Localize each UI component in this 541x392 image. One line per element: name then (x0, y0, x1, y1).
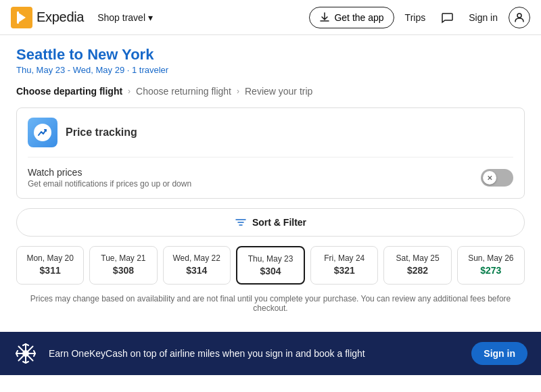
trips-link[interactable]: Trips (400, 8, 431, 27)
filter-icon (235, 216, 247, 228)
header: Expedia Shop travel ▾ Get the app Trips … (0, 0, 541, 35)
shop-travel-label: Shop travel (97, 12, 145, 23)
watch-label-group: Watch prices Get email notifications if … (28, 167, 191, 189)
date-label: Fri, May 24 (316, 253, 372, 263)
date-card[interactable]: Thu, May 23$304 (236, 246, 305, 285)
breadcrumb: Choose departing flight › Choose returni… (16, 86, 525, 97)
date-label: Tue, May 21 (95, 253, 151, 263)
card-header: Price tracking (28, 118, 513, 157)
watch-label: Watch prices (28, 167, 191, 178)
svg-rect-1 (17, 11, 19, 24)
get-app-button[interactable]: Get the app (309, 7, 394, 28)
watch-prices-toggle[interactable]: ✕ (481, 169, 513, 187)
user-avatar[interactable] (509, 7, 530, 28)
price-tracking-icon (28, 118, 57, 147)
date-label: Mon, May 20 (22, 253, 78, 263)
date-price: $311 (22, 265, 78, 276)
page-title: Seattle to New York (16, 46, 525, 64)
disclaimer: Prices may change based on availability … (16, 294, 525, 313)
date-label: Sat, May 25 (390, 253, 445, 263)
date-price: $273 (463, 265, 519, 276)
date-card[interactable]: Sat, May 25$282 (383, 246, 451, 285)
date-price: $308 (95, 265, 151, 276)
chevron-down-icon: ▾ (148, 12, 153, 23)
main-content: Seattle to New York Thu, May 23 - Wed, M… (0, 35, 541, 324)
signin-link[interactable]: Sign in (463, 8, 503, 27)
toggle-knob: ✕ (483, 171, 496, 185)
watch-row: Watch prices Get email notifications if … (28, 167, 513, 189)
date-price: $314 (169, 265, 225, 276)
date-price: $321 (316, 265, 372, 276)
breadcrumb-step3[interactable]: Review your trip (245, 86, 312, 97)
date-card[interactable]: Tue, May 21$308 (89, 246, 157, 285)
watch-sublabel: Get email notifications if prices go up … (28, 179, 191, 189)
expedia-logo-icon (11, 7, 32, 28)
logo-text: Expedia (37, 9, 84, 25)
onekeycash-icon (14, 341, 38, 366)
date-card[interactable]: Wed, May 22$314 (163, 246, 231, 285)
date-selector: Mon, May 20$311Tue, May 21$308Wed, May 2… (16, 246, 525, 285)
header-right: Get the app Trips Sign in (309, 7, 530, 28)
chat-icon[interactable] (436, 7, 458, 28)
price-tracking-card: Price tracking Watch prices Get email no… (16, 107, 525, 199)
date-card[interactable]: Mon, May 20$311 (16, 246, 84, 285)
toggle-wrap: ✕ (481, 169, 513, 187)
date-label: Sun, May 26 (463, 253, 519, 263)
shop-travel-menu[interactable]: Shop travel ▾ (92, 8, 158, 27)
breadcrumb-step1[interactable]: Choose departing flight (16, 86, 122, 97)
svg-point-19 (22, 350, 29, 357)
date-label: Thu, May 23 (243, 254, 298, 264)
svg-point-2 (517, 14, 521, 18)
bottom-banner: Earn OneKeyCash on top of airline miles … (0, 332, 541, 375)
download-icon (319, 12, 330, 23)
trip-details: Thu, May 23 - Wed, May 29 · 1 traveler (16, 65, 525, 75)
date-label: Wed, May 22 (169, 253, 225, 263)
breadcrumb-sep2: › (237, 87, 239, 96)
banner-signin-button[interactable]: Sign in (471, 342, 527, 365)
sort-filter-label: Sort & Filter (252, 217, 306, 228)
logo[interactable]: Expedia (11, 7, 84, 28)
price-tracking-title: Price tracking (66, 126, 137, 139)
breadcrumb-step2[interactable]: Choose returning flight (136, 86, 231, 97)
date-card[interactable]: Sun, May 26$273 (457, 246, 525, 285)
date-price: $282 (390, 265, 445, 276)
banner-text: Earn OneKeyCash on top of airline miles … (49, 348, 461, 359)
date-price: $304 (243, 266, 298, 276)
sort-filter-button[interactable]: Sort & Filter (16, 208, 525, 237)
date-card[interactable]: Fri, May 24$321 (310, 246, 378, 285)
breadcrumb-sep1: › (128, 87, 131, 96)
